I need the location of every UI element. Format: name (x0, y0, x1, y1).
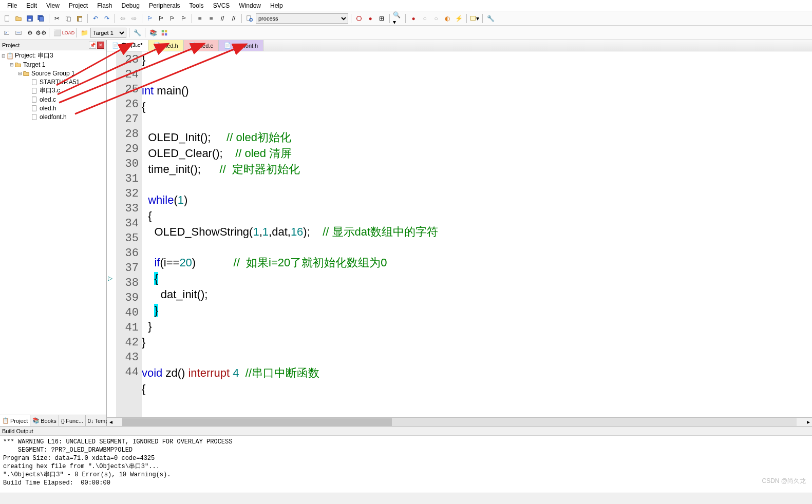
uncomment-icon[interactable]: // (229, 13, 239, 24)
save-all-icon[interactable] (36, 13, 46, 24)
menu-peripherals[interactable]: Peripherals (145, 1, 184, 10)
bookmark-icon[interactable]: 🏳 (145, 13, 155, 24)
menu-svcs[interactable]: SVCS (209, 1, 234, 10)
bookmark-clear-icon[interactable]: 🏳 (179, 13, 189, 24)
configure-icon[interactable]: 🔧 (485, 13, 496, 24)
find-in-files-icon[interactable] (244, 13, 255, 24)
tree-file-startup[interactable]: STARTUP.A51 (0, 77, 106, 86)
code-call: OLED_Init(); (142, 131, 226, 144)
window-icon[interactable]: ▾ (469, 13, 480, 24)
zoom-icon[interactable]: 🔍▾ (392, 13, 403, 24)
editor-area: 📄串口3.c* 📄oled.h 📄oled.c 📄oledfont.h ▷ 23… (107, 40, 812, 426)
file-tab-oledfont[interactable]: 📄oledfont.h (219, 40, 263, 51)
dot-gray2-icon[interactable]: ○ (431, 13, 441, 24)
file-tab-oledc[interactable]: 📄oled.c (184, 40, 219, 51)
scroll-left-icon[interactable]: ◂ (107, 418, 115, 425)
file-tab-label: oled.h (163, 43, 178, 49)
indent-icon[interactable]: ≡ (195, 13, 205, 24)
paste-icon[interactable] (74, 13, 85, 24)
breakpoint-win-icon[interactable]: ⊞ (376, 13, 387, 24)
temp-tab-icon: 0↓ (88, 418, 94, 424)
unindent-icon[interactable]: ≡ (206, 13, 216, 24)
tree-file-oledc[interactable]: oled.c (0, 95, 106, 104)
stop-build-icon[interactable]: ⬜ (52, 28, 62, 38)
separator (466, 14, 467, 23)
menu-flash[interactable]: Flash (93, 1, 116, 10)
horizontal-scrollbar[interactable]: ◂ ▸ (107, 417, 812, 426)
menu-view[interactable]: View (42, 1, 64, 10)
download-icon[interactable]: LOAD (63, 28, 73, 38)
code-brace-highlight: { (154, 272, 158, 285)
code-text[interactable]: } int main() { OLED_Init(); // oled初始化 O… (142, 51, 812, 417)
file-tab-main[interactable]: 📄串口3.c* (107, 40, 148, 51)
build-output-text[interactable]: *** WARNING L16: UNCALLED SEGMENT, IGNOR… (0, 436, 812, 493)
breakpoint-icon[interactable]: ● (365, 13, 375, 24)
dot-gray-icon[interactable]: ○ (420, 13, 430, 24)
main-row: Project 📌 ✕ ⊟ 📋 Project: 串口3 ⊟ Target 1 … (0, 40, 812, 426)
translate-icon[interactable] (2, 28, 12, 38)
code-comment: //串口中断函数 (246, 366, 319, 379)
panel-pin-icon[interactable]: 📌 (89, 42, 96, 49)
bookmark-prev-icon[interactable]: 🏳 (156, 13, 166, 24)
dot-orange-icon[interactable]: ◐ (442, 13, 452, 24)
tree-expand-icon[interactable]: ⊟ (9, 62, 14, 67)
menu-edit[interactable]: Edit (22, 1, 41, 10)
toolbar-main: ✂ ↶ ↷ ⇦ ⇨ 🏳 🏳 🏳 🏳 ≡ ≡ // // process ● ⊞ … (0, 11, 812, 26)
dot-red-icon[interactable]: ● (408, 13, 419, 24)
redo-icon[interactable]: ↷ (102, 13, 112, 24)
scrollbar-thumb[interactable] (122, 418, 392, 426)
target-combo[interactable]: Target 1 (90, 28, 126, 38)
project-tree[interactable]: ⊟ 📋 Project: 串口3 ⊟ Target 1 ⊟ Source Gro… (0, 50, 106, 415)
marker-column: ▷ (107, 51, 116, 417)
menu-help[interactable]: Help (266, 1, 287, 10)
search-combo[interactable]: process (256, 13, 348, 24)
menu-tools[interactable]: Tools (185, 1, 208, 10)
rebuild-icon[interactable]: ⚙ (25, 28, 35, 38)
sidebar-tab-project[interactable]: 📋Project (0, 415, 30, 426)
undo-icon[interactable]: ↶ (90, 13, 101, 24)
panel-close-icon[interactable]: ✕ (97, 42, 104, 49)
sidebar-tab-books[interactable]: 📚Books (30, 415, 59, 426)
manage-books-icon[interactable]: 📚 (148, 28, 158, 38)
nav-back-icon[interactable]: ⇦ (118, 13, 128, 24)
cut-icon[interactable]: ✂ (52, 13, 62, 24)
code-area[interactable]: ▷ 23242526272829303132333435363738394041… (107, 51, 812, 417)
menu-project[interactable]: Project (65, 1, 92, 10)
file-tab-oledh[interactable]: 📄oled.h (148, 40, 184, 51)
menu-window[interactable]: Window (235, 1, 265, 10)
menu-debug[interactable]: Debug (118, 1, 144, 10)
sidebar-tab-functions[interactable]: {}Func... (59, 415, 86, 426)
code-brace: } (142, 320, 152, 333)
tree-file-oledfont[interactable]: oledfont.h (0, 112, 106, 121)
comment-icon[interactable]: // (217, 13, 228, 24)
debug-icon[interactable] (354, 13, 364, 24)
tree-root-label: Project: 串口3 (15, 51, 53, 60)
tree-expand-icon[interactable]: ⊟ (17, 71, 23, 76)
tree-target[interactable]: ⊟ Target 1 (0, 60, 106, 69)
tree-file-main[interactable]: 串口3.c (0, 86, 106, 95)
open-icon[interactable] (13, 13, 24, 24)
nav-fwd-icon[interactable]: ⇨ (129, 13, 139, 24)
save-icon[interactable] (25, 13, 35, 24)
code-call: OLED_ShowString( (142, 225, 253, 238)
menu-file[interactable]: File (3, 1, 21, 10)
sidebar-tab-label: Project (10, 418, 28, 424)
kill-icon[interactable]: ⚡ (454, 13, 464, 24)
tree-group[interactable]: ⊟ Source Group 1 (0, 69, 106, 77)
file-tabs: 📄串口3.c* 📄oled.h 📄oled.c 📄oledfont.h (107, 40, 812, 51)
tree-expand-icon[interactable]: ⊟ (1, 53, 6, 59)
manage-components-icon[interactable] (159, 28, 169, 38)
code-num: 4 (233, 366, 239, 379)
scroll-right-icon[interactable]: ▸ (804, 418, 812, 425)
scrollbar-track[interactable] (122, 418, 797, 426)
new-file-icon[interactable] (2, 13, 12, 24)
options-icon[interactable]: 🔧 (132, 28, 142, 38)
bookmark-next-icon[interactable]: 🏳 (167, 13, 178, 24)
batch-build-icon[interactable]: ⚙⚙ (36, 28, 46, 38)
copy-icon[interactable] (63, 13, 73, 24)
file-icon (31, 113, 38, 121)
build-icon[interactable] (13, 28, 24, 38)
tree-file-oledh[interactable]: oled.h (0, 104, 106, 112)
target-options-icon[interactable]: 📁 (79, 28, 89, 38)
tree-root[interactable]: ⊟ 📋 Project: 串口3 (0, 51, 106, 60)
